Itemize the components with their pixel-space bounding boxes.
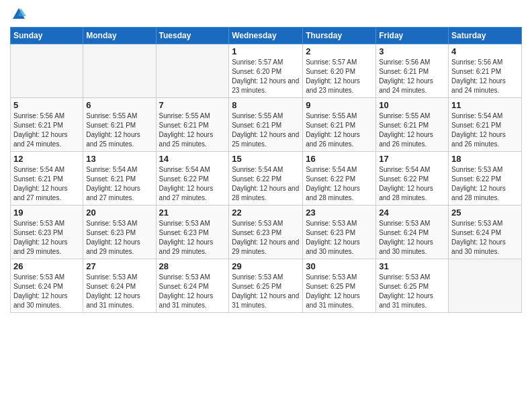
weekday-header-monday: Monday <box>83 28 156 44</box>
day-info: Sunrise: 5:53 AMSunset: 6:22 PMDaylight:… <box>451 165 519 203</box>
day-number: 31 <box>379 261 445 271</box>
day-number: 4 <box>451 46 519 56</box>
day-info: Sunrise: 5:57 AMSunset: 6:20 PMDaylight:… <box>306 58 373 95</box>
day-number: 24 <box>379 208 445 218</box>
day-info: Sunrise: 5:54 AMSunset: 6:21 PMDaylight:… <box>13 165 80 203</box>
weekday-header-wednesday: Wednesday <box>229 28 303 44</box>
day-info: Sunrise: 5:53 AMSunset: 6:24 PMDaylight:… <box>159 273 226 310</box>
calendar-cell: 13Sunrise: 5:54 AMSunset: 6:21 PMDayligh… <box>83 152 156 205</box>
day-info: Sunrise: 5:53 AMSunset: 6:25 PMDaylight:… <box>306 273 373 310</box>
day-info: Sunrise: 5:56 AMSunset: 6:21 PMDaylight:… <box>451 58 519 95</box>
calendar-cell: 24Sunrise: 5:53 AMSunset: 6:24 PMDayligh… <box>376 205 449 259</box>
day-info: Sunrise: 5:54 AMSunset: 6:22 PMDaylight:… <box>159 165 226 203</box>
day-info: Sunrise: 5:56 AMSunset: 6:21 PMDaylight:… <box>13 111 80 149</box>
weekday-header-thursday: Thursday <box>303 28 376 44</box>
day-number: 18 <box>451 154 519 164</box>
day-number: 28 <box>159 261 226 271</box>
day-info: Sunrise: 5:53 AMSunset: 6:25 PMDaylight:… <box>379 273 445 310</box>
day-number: 10 <box>379 100 445 110</box>
day-number: 27 <box>86 261 152 271</box>
calendar-cell: 26Sunrise: 5:53 AMSunset: 6:24 PMDayligh… <box>11 259 83 313</box>
day-number: 22 <box>232 208 300 218</box>
calendar-cell: 17Sunrise: 5:54 AMSunset: 6:22 PMDayligh… <box>376 152 449 205</box>
day-info: Sunrise: 5:53 AMSunset: 6:23 PMDaylight:… <box>13 219 80 257</box>
weekday-header-row: SundayMondayTuesdayWednesdayThursdayFrid… <box>11 28 522 44</box>
day-number: 11 <box>451 100 519 110</box>
logo <box>10 7 26 21</box>
day-info: Sunrise: 5:55 AMSunset: 6:21 PMDaylight:… <box>86 111 152 149</box>
day-number: 3 <box>379 46 445 56</box>
day-number: 21 <box>159 208 226 218</box>
day-info: Sunrise: 5:54 AMSunset: 6:21 PMDaylight:… <box>451 111 519 149</box>
day-number: 8 <box>232 100 300 110</box>
day-info: Sunrise: 5:54 AMSunset: 6:22 PMDaylight:… <box>379 165 445 203</box>
calendar-cell: 1Sunrise: 5:57 AMSunset: 6:20 PMDaylight… <box>229 44 303 98</box>
calendar-cell: 8Sunrise: 5:55 AMSunset: 6:21 PMDaylight… <box>229 98 303 152</box>
day-number: 26 <box>13 261 80 271</box>
logo-icon <box>11 7 26 21</box>
calendar-cell: 11Sunrise: 5:54 AMSunset: 6:21 PMDayligh… <box>449 98 522 152</box>
calendar-cell: 31Sunrise: 5:53 AMSunset: 6:25 PMDayligh… <box>376 259 449 313</box>
day-number: 29 <box>232 261 300 271</box>
day-number: 16 <box>306 154 373 164</box>
weekday-header-friday: Friday <box>376 28 449 44</box>
calendar-cell: 7Sunrise: 5:55 AMSunset: 6:21 PMDaylight… <box>156 98 229 152</box>
header <box>10 7 522 21</box>
day-info: Sunrise: 5:53 AMSunset: 6:23 PMDaylight:… <box>159 219 226 257</box>
calendar-cell: 5Sunrise: 5:56 AMSunset: 6:21 PMDaylight… <box>11 98 83 152</box>
day-info: Sunrise: 5:55 AMSunset: 6:21 PMDaylight:… <box>232 111 300 149</box>
day-info: Sunrise: 5:53 AMSunset: 6:23 PMDaylight:… <box>86 219 152 257</box>
calendar-row-3: 19Sunrise: 5:53 AMSunset: 6:23 PMDayligh… <box>11 205 522 259</box>
calendar-cell <box>156 44 229 98</box>
calendar-cell: 6Sunrise: 5:55 AMSunset: 6:21 PMDaylight… <box>83 98 156 152</box>
weekday-header-tuesday: Tuesday <box>156 28 229 44</box>
day-info: Sunrise: 5:53 AMSunset: 6:23 PMDaylight:… <box>232 219 300 257</box>
weekday-header-saturday: Saturday <box>449 28 522 44</box>
calendar-cell: 12Sunrise: 5:54 AMSunset: 6:21 PMDayligh… <box>11 152 83 205</box>
day-number: 20 <box>86 208 152 218</box>
calendar-cell: 23Sunrise: 5:53 AMSunset: 6:23 PMDayligh… <box>303 205 376 259</box>
day-info: Sunrise: 5:53 AMSunset: 6:24 PMDaylight:… <box>86 273 152 310</box>
calendar-row-2: 12Sunrise: 5:54 AMSunset: 6:21 PMDayligh… <box>11 152 522 205</box>
day-number: 17 <box>379 154 445 164</box>
day-info: Sunrise: 5:54 AMSunset: 6:22 PMDaylight:… <box>232 165 300 203</box>
calendar-row-1: 5Sunrise: 5:56 AMSunset: 6:21 PMDaylight… <box>11 98 522 152</box>
calendar-cell: 16Sunrise: 5:54 AMSunset: 6:22 PMDayligh… <box>303 152 376 205</box>
day-number: 14 <box>159 154 226 164</box>
day-info: Sunrise: 5:53 AMSunset: 6:23 PMDaylight:… <box>306 219 373 257</box>
calendar-cell: 19Sunrise: 5:53 AMSunset: 6:23 PMDayligh… <box>11 205 83 259</box>
calendar-cell: 27Sunrise: 5:53 AMSunset: 6:24 PMDayligh… <box>83 259 156 313</box>
calendar-cell: 14Sunrise: 5:54 AMSunset: 6:22 PMDayligh… <box>156 152 229 205</box>
calendar-row-0: 1Sunrise: 5:57 AMSunset: 6:20 PMDaylight… <box>11 44 522 98</box>
calendar-cell <box>11 44 83 98</box>
day-number: 25 <box>451 208 519 218</box>
calendar-cell <box>83 44 156 98</box>
day-info: Sunrise: 5:53 AMSunset: 6:24 PMDaylight:… <box>379 219 445 257</box>
calendar-cell: 10Sunrise: 5:55 AMSunset: 6:21 PMDayligh… <box>376 98 449 152</box>
calendar-cell: 29Sunrise: 5:53 AMSunset: 6:25 PMDayligh… <box>229 259 303 313</box>
calendar: SundayMondayTuesdayWednesdayThursdayFrid… <box>10 27 522 313</box>
calendar-cell: 18Sunrise: 5:53 AMSunset: 6:22 PMDayligh… <box>449 152 522 205</box>
calendar-cell: 28Sunrise: 5:53 AMSunset: 6:24 PMDayligh… <box>156 259 229 313</box>
day-info: Sunrise: 5:57 AMSunset: 6:20 PMDaylight:… <box>232 58 300 95</box>
day-info: Sunrise: 5:53 AMSunset: 6:24 PMDaylight:… <box>13 273 80 310</box>
calendar-cell: 2Sunrise: 5:57 AMSunset: 6:20 PMDaylight… <box>303 44 376 98</box>
calendar-cell: 21Sunrise: 5:53 AMSunset: 6:23 PMDayligh… <box>156 205 229 259</box>
day-info: Sunrise: 5:54 AMSunset: 6:22 PMDaylight:… <box>306 165 373 203</box>
day-info: Sunrise: 5:54 AMSunset: 6:21 PMDaylight:… <box>86 165 152 203</box>
day-info: Sunrise: 5:55 AMSunset: 6:21 PMDaylight:… <box>159 111 226 149</box>
day-number: 30 <box>306 261 373 271</box>
calendar-cell: 20Sunrise: 5:53 AMSunset: 6:23 PMDayligh… <box>83 205 156 259</box>
day-info: Sunrise: 5:56 AMSunset: 6:21 PMDaylight:… <box>379 58 445 95</box>
calendar-cell: 15Sunrise: 5:54 AMSunset: 6:22 PMDayligh… <box>229 152 303 205</box>
day-number: 15 <box>232 154 300 164</box>
calendar-cell: 22Sunrise: 5:53 AMSunset: 6:23 PMDayligh… <box>229 205 303 259</box>
day-number: 19 <box>13 208 80 218</box>
day-number: 5 <box>13 100 80 110</box>
day-info: Sunrise: 5:53 AMSunset: 6:24 PMDaylight:… <box>451 219 519 257</box>
day-number: 1 <box>232 46 300 56</box>
day-number: 23 <box>306 208 373 218</box>
calendar-cell: 3Sunrise: 5:56 AMSunset: 6:21 PMDaylight… <box>376 44 449 98</box>
day-info: Sunrise: 5:53 AMSunset: 6:25 PMDaylight:… <box>232 273 300 310</box>
page: SundayMondayTuesdayWednesdayThursdayFrid… <box>0 0 532 411</box>
